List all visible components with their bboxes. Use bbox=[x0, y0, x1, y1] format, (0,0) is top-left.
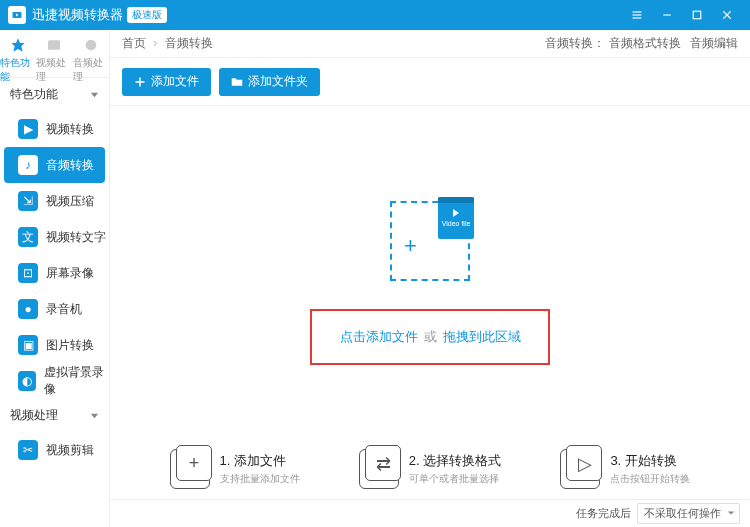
drag-hint: 拖拽到此区域 bbox=[443, 328, 521, 346]
nav-image-convert[interactable]: ▣图片转换 bbox=[0, 327, 109, 363]
plus-icon: + bbox=[404, 233, 417, 259]
maximize-icon[interactable] bbox=[682, 0, 712, 30]
category-tabs: 特色功能 视频处理 音频处理 bbox=[0, 30, 109, 78]
mic-icon: ● bbox=[18, 299, 38, 319]
step-3: ▷ 3. 开始转换点击按钮开始转换 bbox=[560, 449, 690, 489]
chevron-down-icon bbox=[90, 411, 99, 420]
audio-icon: ♪ bbox=[18, 155, 38, 175]
image-icon: ▣ bbox=[18, 335, 38, 355]
app-logo bbox=[8, 6, 26, 24]
menu-icon[interactable] bbox=[622, 0, 652, 30]
breadcrumb: 首页 › 音频转换 bbox=[122, 35, 213, 52]
svg-marker-13 bbox=[91, 414, 98, 419]
compress-icon: ⇲ bbox=[18, 191, 38, 211]
nav-audio-record[interactable]: ●录音机 bbox=[0, 291, 109, 327]
window-controls bbox=[622, 0, 742, 30]
video-file-icon: Video file bbox=[438, 197, 474, 239]
breadcrumb-bar: 首页 › 音频转换 音频转换：音频格式转换 音频编辑 bbox=[110, 30, 750, 58]
step3-icon: ▷ bbox=[560, 449, 600, 489]
breadcrumb-current: 音频转换 bbox=[165, 36, 213, 50]
main-panel: 首页 › 音频转换 音频转换：音频格式转换 音频编辑 添加文件 添加文件夹 + bbox=[110, 30, 750, 527]
chevron-down-icon bbox=[727, 509, 735, 517]
cut-icon: ✂ bbox=[18, 440, 38, 460]
chevron-down-icon bbox=[90, 90, 99, 99]
steps-guide: + 1. 添加文件支持批量添加文件 ⇄ 2. 选择转换格式可单个或者批量选择 ▷… bbox=[110, 449, 750, 489]
tab-audio-proc[interactable]: 音频处理 bbox=[73, 36, 109, 84]
add-file-button[interactable]: 添加文件 bbox=[122, 68, 211, 96]
section-video-proc[interactable]: 视频处理 bbox=[0, 399, 109, 432]
app-title: 迅捷视频转换器 bbox=[32, 6, 123, 24]
add-hint-box: 点击添加文件 或 拖拽到此区域 bbox=[310, 309, 550, 365]
section-features[interactable]: 特色功能 bbox=[0, 78, 109, 111]
svg-rect-10 bbox=[48, 40, 60, 49]
close-icon[interactable] bbox=[712, 0, 742, 30]
sub-links: 音频转换：音频格式转换 音频编辑 bbox=[545, 35, 738, 52]
sublink-edit[interactable]: 音频编辑 bbox=[690, 36, 738, 50]
svg-marker-16 bbox=[728, 511, 734, 514]
step2-icon: ⇄ bbox=[359, 449, 399, 489]
nav-video-trim[interactable]: ✂视频剪辑 bbox=[0, 432, 109, 468]
nav-audio-convert[interactable]: ♪音频转换 bbox=[4, 147, 105, 183]
step-1: + 1. 添加文件支持批量添加文件 bbox=[170, 449, 300, 489]
footer-label: 任务完成后 bbox=[576, 506, 631, 521]
breadcrumb-home[interactable]: 首页 bbox=[122, 36, 146, 50]
plus-icon bbox=[134, 76, 146, 88]
after-task-select[interactable]: 不采取任何操作 bbox=[637, 503, 740, 524]
bg-icon: ◐ bbox=[18, 371, 36, 391]
minimize-icon[interactable] bbox=[652, 0, 682, 30]
drop-canvas[interactable]: + Video file 点击添加文件 或 拖拽到此区域 + 1. 添加文件支持… bbox=[110, 106, 750, 499]
add-folder-button[interactable]: 添加文件夹 bbox=[219, 68, 320, 96]
film-icon bbox=[45, 36, 63, 54]
dropzone[interactable]: + Video file bbox=[390, 201, 470, 281]
footer-bar: 任务完成后 不采取任何操作 bbox=[110, 499, 750, 527]
screen-icon: ⊡ bbox=[18, 263, 38, 283]
nav-video-compress[interactable]: ⇲视频压缩 bbox=[0, 183, 109, 219]
click-add-link[interactable]: 点击添加文件 bbox=[340, 328, 418, 346]
video-icon: ▶ bbox=[18, 119, 38, 139]
sidebar: 特色功能 视频处理 音频处理 特色功能 ▶视频转换 ♪音频转换 ⇲视频压缩 文视… bbox=[0, 30, 110, 527]
edition-badge: 极速版 bbox=[127, 7, 167, 23]
text-icon: 文 bbox=[18, 227, 38, 247]
sublink-format[interactable]: 音频格式转换 bbox=[609, 36, 681, 50]
svg-rect-15 bbox=[136, 81, 145, 83]
music-icon bbox=[82, 36, 100, 54]
nav-screen-record[interactable]: ⊡屏幕录像 bbox=[0, 255, 109, 291]
tab-video-proc[interactable]: 视频处理 bbox=[36, 36, 72, 84]
svg-point-11 bbox=[85, 40, 96, 51]
svg-marker-12 bbox=[91, 93, 98, 98]
step1-icon: + bbox=[170, 449, 210, 489]
svg-rect-6 bbox=[693, 11, 701, 19]
nav-virtual-bg[interactable]: ◐虚拟背景录像 bbox=[0, 363, 109, 399]
nav-video-to-text[interactable]: 文视频转文字 bbox=[0, 219, 109, 255]
folder-icon bbox=[231, 76, 243, 88]
step-2: ⇄ 2. 选择转换格式可单个或者批量选择 bbox=[359, 449, 501, 489]
title-bar: 迅捷视频转换器 极速版 bbox=[0, 0, 750, 30]
nav-video-convert[interactable]: ▶视频转换 bbox=[0, 111, 109, 147]
star-icon bbox=[9, 36, 27, 54]
svg-marker-9 bbox=[11, 38, 24, 51]
tab-features[interactable]: 特色功能 bbox=[0, 36, 36, 84]
toolbar: 添加文件 添加文件夹 bbox=[110, 58, 750, 106]
